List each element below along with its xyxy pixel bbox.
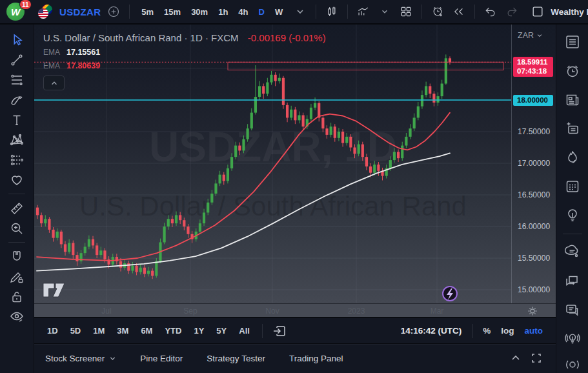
interval-buttons: 5m15m30m1h4hDW [137,5,287,19]
interval-button-5m[interactable]: 5m [137,5,158,19]
chart-style-button[interactable] [323,2,340,21]
indicators-menu-button[interactable] [376,2,393,21]
tab-pine-editor[interactable]: Pine Editor [140,354,183,363]
broadcast-button[interactable] [560,356,585,368]
time-axis-settings-button[interactable] [527,306,538,319]
watchlist-button[interactable] [560,30,585,54]
candle-body [349,137,352,148]
bar-replay-button[interactable] [451,2,467,21]
layout-button[interactable] [398,2,414,21]
toolbar-separator [421,5,422,19]
hotlists-button[interactable] [560,145,585,170]
time-tick: Jul [101,307,111,316]
tool-xabcd-pattern[interactable] [5,130,29,150]
tool-text[interactable] [5,110,29,130]
candle-body [36,208,39,216]
axis-mode-log[interactable]: log [496,324,519,338]
tool-brush[interactable] [5,90,29,110]
toolbar-separator [474,5,475,19]
tool-emoji[interactable] [5,170,29,190]
public-chats-button[interactable] [560,240,585,265]
tool-fib-retracement[interactable] [5,70,29,90]
go-to-date-button[interactable] [270,321,289,341]
tab-trading-panel[interactable]: Trading Panel [289,354,343,363]
interval-button-4h[interactable]: 4h [234,5,252,19]
chevron-down-icon [296,7,305,16]
watchlist-icon [564,34,581,50]
candle-body [286,105,289,118]
app-logo[interactable]: W 11 [4,0,32,24]
interval-button-15m[interactable]: 15m [159,5,185,19]
range-button-all[interactable]: All [234,323,255,338]
chart-pane[interactable]: USDZAR, 1DU.S. Dollar / South African Ra… [34,25,556,303]
range-button-5y[interactable]: 5Y [211,323,232,338]
sidebar-divider [563,234,582,234]
candle-body [179,215,181,220]
indicator-legend-0[interactable]: EMA17.15561 [43,48,326,57]
undo-button[interactable] [482,2,499,21]
interval-button-1h[interactable]: 1h [214,5,232,19]
candle-body [88,239,90,247]
price-axis[interactable]: ZAR 18.59911 07:43:18 18.00000 17.500001… [511,25,556,303]
corners-icon [531,352,542,364]
axis-mode-auto[interactable]: auto [520,324,549,338]
ideas-button[interactable] [560,203,585,228]
range-button-5d[interactable]: 5D [65,323,86,338]
indicator-name: EMA [43,48,60,57]
add-symbol-button[interactable] [105,2,122,21]
notes-button[interactable] [560,116,585,141]
legend-collapse-button[interactable] [43,76,65,90]
calendar-button[interactable] [560,174,585,199]
text-notes-plus-icon [564,120,581,137]
create-alert-button[interactable] [429,2,446,21]
indicators-button[interactable] [355,2,372,21]
redo-arrow-icon [505,4,518,19]
tab-stock-screener[interactable]: Stock Screener [45,354,116,363]
redo-button[interactable] [503,2,520,21]
flame-icon [564,149,581,166]
open-panel-button[interactable] [507,348,524,368]
save-layout-button[interactable] [529,2,546,21]
axis-mode-%[interactable]: % [478,324,496,338]
tool-forecast[interactable] [5,150,29,170]
interval-button-d[interactable]: D [254,5,269,19]
range-button-1y[interactable]: 1Y [188,323,209,338]
tab-strategy-tester[interactable]: Strategy Tester [207,354,265,363]
tool-drawing-lock[interactable] [5,267,29,287]
maximize-panel-button[interactable] [528,348,545,368]
candle-body [175,215,177,223]
layout-name-button[interactable]: Wealthy Educ... [551,7,588,17]
streams-bulb-icon [563,330,582,348]
conversation-button[interactable] [560,297,585,322]
watermark-title: U.S. Dollar / South African Rand [79,191,467,221]
private-chats-button[interactable] [560,269,585,294]
candle-body [40,215,43,223]
range-button-3m[interactable]: 3M [112,323,134,338]
tool-hide-drawings[interactable] [5,307,29,327]
symbol-legend[interactable]: U.S. Dollar / South African Rand · 1D · … [43,32,326,43]
interval-button-30m[interactable]: 30m [187,5,212,19]
candle-body [187,227,189,234]
streams-button[interactable] [560,327,585,351]
symbol-search-button[interactable]: USDZAR [59,6,101,17]
utc-clock[interactable]: 14:16:42 (UTC) [401,326,462,336]
zoom-in-icon [9,221,25,236]
alerts-button[interactable] [560,59,585,83]
tool-magnet[interactable] [5,247,29,267]
price-axis-currency[interactable]: ZAR [518,31,543,40]
tool-cursor[interactable] [5,30,29,50]
interval-menu-button[interactable] [292,2,309,21]
range-button-1m[interactable]: 1M [88,323,110,338]
range-button-ytd[interactable]: YTD [159,323,187,338]
indicator-legend-1[interactable]: EMA17.80639 [43,61,326,70]
tool-ruler[interactable] [5,198,29,218]
news-button[interactable] [560,88,585,112]
tool-trend-line[interactable] [5,50,29,70]
range-button-1d[interactable]: 1D [42,323,63,338]
tool-zoom-in[interactable] [5,218,29,238]
range-button-6m[interactable]: 6M [136,323,157,338]
time-axis[interactable]: JulSepNov2023Mar [34,303,556,318]
interval-button-w[interactable]: W [270,5,287,19]
tool-lock-all[interactable] [5,287,29,307]
candle-body [247,128,249,139]
